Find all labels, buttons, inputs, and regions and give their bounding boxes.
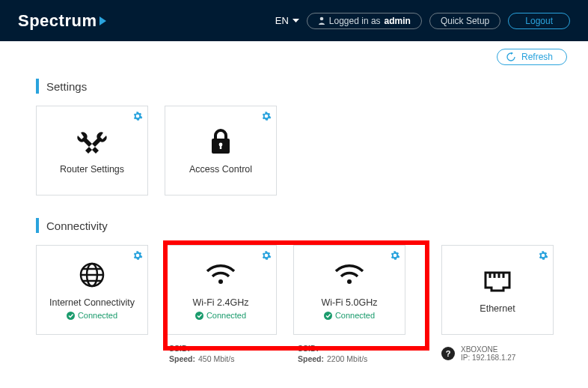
chevron-down-icon — [293, 19, 299, 23]
wifi-24-status: Connected — [195, 311, 246, 320]
logged-in-pill: Logged in as admin — [307, 13, 422, 29]
access-control-label: Access Control — [189, 164, 252, 175]
router-settings-card[interactable]: Router Settings — [36, 106, 148, 195]
toolbar: Refresh — [0, 41, 588, 65]
connectivity-section-title: Connectivity — [36, 218, 557, 233]
internet-connectivity-label: Internet Connectivity — [49, 297, 135, 308]
internet-connectivity-card[interactable]: Internet Connectivity Connected — [36, 245, 148, 335]
internet-status: Connected — [67, 311, 117, 320]
gear-icon[interactable] — [261, 111, 272, 121]
wifi-50-card[interactable]: Wi-Fi 5.0GHz Connected — [293, 245, 405, 335]
quick-setup-button[interactable]: Quick Setup — [429, 13, 500, 29]
wifi-50-status: Connected — [324, 311, 375, 320]
globe-icon — [79, 260, 105, 290]
wifi-24-status-text: Connected — [206, 311, 246, 320]
wifi-50-speed-value: 2200 Mbit/s — [327, 354, 367, 363]
ethernet-card[interactable]: Ethernet — [441, 245, 554, 335]
svg-point-10 — [218, 279, 223, 284]
wifi-50-label: Wi-Fi 5.0GHz — [322, 297, 378, 308]
wifi-icon — [334, 260, 364, 290]
quick-setup-label: Quick Setup — [441, 16, 489, 26]
refresh-label: Refresh — [521, 52, 553, 62]
wifi-50-speed-label: Speed: — [298, 354, 324, 363]
user-icon — [318, 16, 325, 25]
svg-point-9 — [67, 312, 75, 320]
wifi-50-status-text: Connected — [335, 311, 375, 320]
check-icon — [195, 312, 203, 320]
ethernet-ip-value: 192.168.1.27 — [472, 354, 515, 362]
gear-icon[interactable] — [390, 250, 400, 261]
ethernet-device-name: XBOXONE — [461, 345, 515, 354]
svg-point-13 — [324, 312, 332, 320]
language-label: EN — [275, 15, 289, 26]
ethernet-label: Ethernet — [480, 303, 515, 314]
logo-text: Spectrum — [18, 11, 97, 31]
svg-point-12 — [347, 279, 352, 284]
wifi-24-speed-value: 450 Mbit/s — [198, 354, 234, 363]
gear-icon[interactable] — [132, 250, 143, 261]
section-bar-icon — [36, 218, 39, 233]
svg-point-0 — [320, 17, 324, 21]
ethernet-icon — [483, 266, 512, 296]
wifi-24-ssid-label: SSID: — [169, 344, 190, 353]
wifi-24-speed-label: Speed: — [169, 354, 195, 363]
wifi-50-details: SSID: Speed:2200 Mbit/s — [293, 344, 405, 365]
wifi-24-card[interactable]: Wi-Fi 2.4GHz Connected — [165, 245, 277, 335]
help-icon[interactable]: ? — [441, 347, 455, 360]
lock-icon — [209, 127, 232, 157]
ethernet-device-info: ? XBOXONE IP: 192.168.1.27 — [441, 345, 515, 362]
ethernet-ip-label: IP: — [461, 354, 470, 362]
app-header: Spectrum EN Logged in as admin Quick Set… — [0, 0, 588, 41]
svg-point-11 — [195, 312, 203, 320]
access-control-card[interactable]: Access Control — [165, 106, 277, 195]
check-icon — [324, 312, 332, 320]
logout-button[interactable]: Logout — [508, 13, 570, 29]
wifi-24-label: Wi-Fi 2.4GHz — [193, 297, 249, 308]
refresh-button[interactable]: Refresh — [497, 49, 567, 65]
logo: Spectrum — [18, 11, 106, 31]
connectivity-cards-row: Internet Connectivity Connected Wi-Fi 2.… — [36, 245, 557, 335]
internet-status-text: Connected — [78, 311, 117, 320]
gear-icon[interactable] — [261, 250, 272, 261]
logged-in-prefix: Logged in as — [329, 16, 381, 26]
check-icon — [67, 312, 75, 320]
tools-icon — [76, 127, 108, 157]
connectivity-title-text: Connectivity — [46, 219, 108, 232]
logged-in-user: admin — [385, 16, 411, 26]
section-bar-icon — [36, 79, 39, 94]
refresh-icon — [506, 52, 515, 61]
settings-title-text: Settings — [46, 80, 87, 93]
gear-icon[interactable] — [132, 111, 143, 121]
gear-icon[interactable] — [538, 250, 548, 261]
wifi-icon — [206, 260, 236, 290]
language-selector[interactable]: EN — [275, 15, 299, 26]
wifi-24-details: SSID: Speed:450 Mbit/s — [165, 344, 277, 365]
svg-rect-3 — [220, 145, 221, 149]
router-settings-label: Router Settings — [60, 164, 124, 175]
logout-label: Logout — [525, 16, 553, 26]
wifi-50-ssid-label: SSID: — [298, 344, 319, 353]
settings-section-title: Settings — [36, 79, 557, 94]
logo-arrow-icon — [99, 16, 106, 25]
